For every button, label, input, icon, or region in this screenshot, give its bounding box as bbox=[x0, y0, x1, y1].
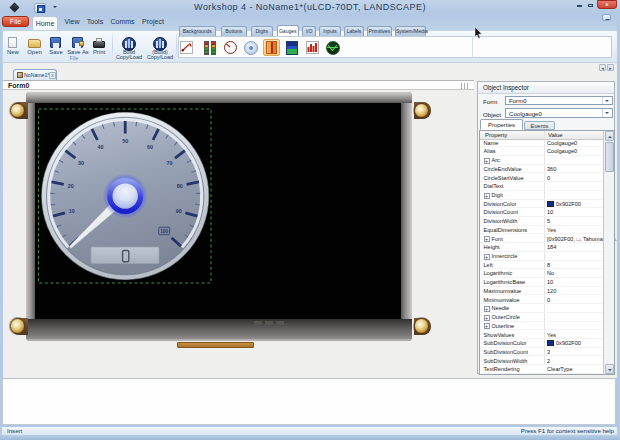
svg-text:70: 70 bbox=[166, 160, 172, 166]
svg-text:50: 50 bbox=[122, 138, 128, 144]
svg-text:20: 20 bbox=[68, 183, 74, 189]
svg-text:90: 90 bbox=[176, 208, 182, 214]
svg-text:30: 30 bbox=[78, 160, 84, 166]
svg-text:10: 10 bbox=[69, 208, 75, 214]
svg-text:80: 80 bbox=[177, 183, 183, 189]
svg-text:100: 100 bbox=[160, 229, 168, 234]
svg-text:40: 40 bbox=[98, 144, 104, 150]
svg-text:60: 60 bbox=[147, 144, 153, 150]
